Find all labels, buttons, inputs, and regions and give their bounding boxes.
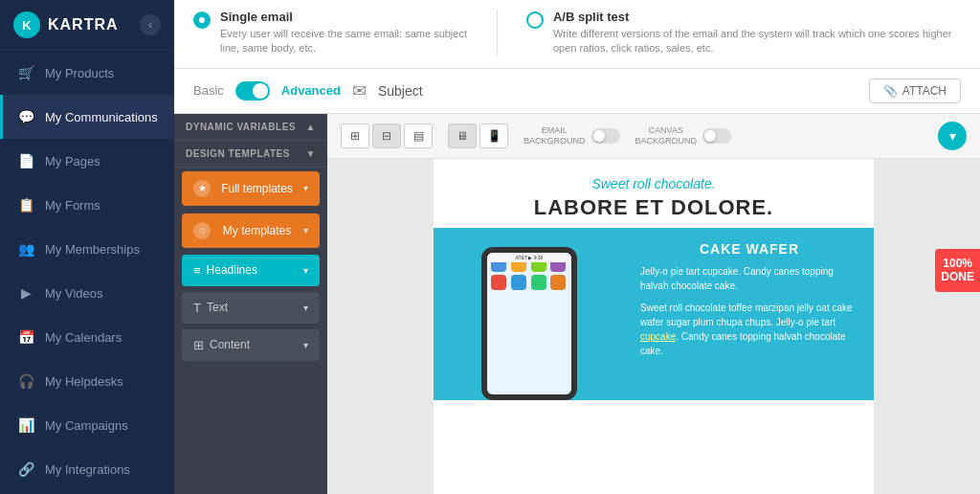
desktop-icon[interactable]: 🖥 (448, 124, 477, 148)
canvas-bg-label: CANVASBACKGROUND (635, 125, 698, 146)
forms-icon: 📋 (16, 195, 35, 214)
headlines-icon: ≡ (193, 263, 201, 278)
brand-name: KARTRA (48, 16, 119, 34)
content-tool[interactable]: ⊞ Content ▾ (182, 329, 320, 361)
sidebar-item-videos[interactable]: ▶ My Videos (0, 271, 174, 315)
preview-title: LABORE ET DOLORE. (453, 195, 855, 220)
canvas-bg-knob (704, 130, 716, 142)
email-bg-knob (593, 130, 605, 142)
full-templates-button[interactable]: ★ Full templates ▾ (182, 171, 320, 206)
headlines-chevron: ▾ (303, 265, 308, 276)
single-email-desc: Every user will receive the same email: … (220, 27, 468, 56)
divider (497, 10, 498, 56)
integrations-icon: 🔗 (16, 460, 35, 479)
sidebar-item-communications[interactable]: 💬 My Communications (0, 95, 174, 139)
single-email-option[interactable]: Single email Every user will receive the… (193, 10, 468, 56)
content-chevron: ▾ (303, 340, 308, 350)
calendars-icon: 📅 (16, 327, 35, 347)
chevron-down-icon: ▾ (949, 128, 956, 144)
single-email-radio[interactable] (193, 11, 211, 29)
content-label: Content (210, 338, 250, 351)
text-label: Text (207, 301, 228, 314)
my-templates-chevron: ▾ (303, 225, 308, 236)
sidebar-item-integrations[interactable]: 🔗 My Integrations (0, 447, 174, 491)
text-icon: T (193, 301, 201, 315)
phone-mockup: AT&T ▶ 9:38 (481, 247, 577, 400)
design-templates-header[interactable]: DESIGN TEMPLATES ▼ (174, 141, 327, 168)
toggle-knob (253, 83, 268, 99)
preview-blue-section: AT&T ▶ 9:38 (434, 228, 874, 400)
sidebar-item-pages[interactable]: 📄 My Pages (0, 139, 174, 183)
editor-area: DYNAMIC VARIABLES ▲ DESIGN TEMPLATES ▼ ★… (174, 114, 980, 494)
text-chevron: ▾ (303, 303, 308, 313)
basic-advanced-toggle[interactable] (235, 81, 270, 101)
sidebar-item-label: My Forms (45, 198, 100, 213)
sidebar-header: K KARTRA ‹ (0, 0, 174, 51)
preview-text-row: Sweet roll chocolate. LABORE ET DOLORE. (434, 159, 874, 228)
canvas-preview: Sweet roll chocolate. LABORE ET DOLORE. … (327, 159, 980, 494)
sidebar-item-forms[interactable]: 📋 My Forms (0, 183, 174, 227)
ab-test-radio[interactable] (526, 11, 544, 29)
cake-title: CAKE WAFER (640, 241, 858, 257)
my-templates-button[interactable]: ☆ My templates ▾ (182, 213, 320, 248)
sidebar-collapse-button[interactable]: ‹ (140, 14, 161, 35)
ab-test-title: A/B split test (553, 10, 961, 24)
text-tool[interactable]: T Text ▾ (182, 292, 320, 324)
canvas-bg-toggle-group: CANVASBACKGROUND (635, 125, 732, 146)
sidebar-item-helpdesks[interactable]: 🎧 My Helpdesks (0, 359, 174, 403)
sidebar-item-campaigns[interactable]: 📊 My Campaigns (0, 403, 174, 447)
single-email-title: Single email (220, 10, 468, 24)
sidebar-item-label: My Communications (45, 110, 158, 124)
email-icon: ✉ (352, 80, 367, 101)
email-preview: Sweet roll chocolate. LABORE ET DOLORE. … (434, 159, 874, 494)
memberships-icon: 👥 (16, 239, 35, 258)
cake-text-1: Jelly-o pie tart cupcake. Candy canes to… (640, 264, 858, 293)
sidebar-item-memberships[interactable]: 👥 My Memberships (0, 227, 174, 271)
layout-icon-3[interactable]: ▤ (404, 124, 433, 148)
done-percent: 100% (941, 257, 974, 270)
ab-test-desc: Write different versions of the email an… (553, 27, 961, 56)
cake-link[interactable]: cupcake (640, 331, 676, 342)
sidebar-item-calendars[interactable]: 📅 My Calendars (0, 315, 174, 359)
canvas-bg-toggle[interactable] (702, 128, 731, 144)
sidebar-item-label: My Helpdesks (45, 374, 123, 389)
my-templates-icon: ☆ (193, 222, 211, 239)
sidebar-item-label: My Pages (45, 154, 100, 168)
main-content: Single email Every user will receive the… (174, 0, 980, 494)
basic-label: Basic (193, 83, 224, 98)
mobile-icon[interactable]: 📱 (479, 124, 508, 148)
email-bg-toggle[interactable] (591, 128, 620, 144)
pages-icon: 📄 (16, 151, 35, 170)
ab-test-option[interactable]: A/B split test Write different versions … (526, 10, 961, 56)
design-templates-chevron: ▼ (306, 148, 316, 159)
toolbar: Basic Advanced ✉ Subject 📎 ATTACH (174, 69, 980, 114)
canvas-toolbar: ⊞ ⊟ ▤ 🖥 📱 EMAILBACKGROUND CANVASBACKGROU… (327, 114, 980, 159)
layout-icon-1[interactable]: ⊞ (341, 124, 369, 148)
phone-top-bar: AT&T ▶ 9:38 (487, 253, 571, 262)
headlines-tool[interactable]: ≡ Headlines ▾ (182, 255, 320, 286)
campaigns-icon: 📊 (16, 415, 35, 435)
expand-button[interactable]: ▾ (938, 122, 967, 150)
app-icon-6 (511, 275, 526, 290)
layout-icon-2[interactable]: ⊟ (372, 124, 401, 148)
dynamic-variables-chevron: ▲ (306, 122, 316, 132)
phone-container: AT&T ▶ 9:38 (434, 228, 625, 400)
app-icon-7 (531, 275, 546, 290)
device-icons: 🖥 📱 (448, 124, 508, 148)
logo-circle: K (13, 11, 40, 38)
ab-test-text: A/B split test Write different versions … (553, 10, 961, 56)
full-templates-label: Full templates (221, 182, 293, 195)
attach-button[interactable]: 📎 ATTACH (869, 79, 961, 103)
done-badge: 100% DONE (935, 249, 980, 292)
dynamic-variables-header[interactable]: DYNAMIC VARIABLES ▲ (174, 114, 327, 141)
email-type-section: Single email Every user will receive the… (174, 0, 980, 69)
attach-label: ATTACH (902, 84, 947, 98)
sidebar-item-products[interactable]: 🛒 My Products (0, 51, 174, 95)
helpdesks-icon: 🎧 (16, 371, 35, 391)
sidebar-item-label: My Memberships (45, 242, 140, 257)
email-bg-label: EMAILBACKGROUND (523, 125, 586, 146)
sidebar-item-label: My Videos (45, 286, 102, 301)
app-icon-5 (491, 275, 506, 290)
canvas-area: ⊞ ⊟ ▤ 🖥 📱 EMAILBACKGROUND CANVASBACKGROU… (327, 114, 980, 494)
full-templates-icon: ★ (193, 180, 211, 197)
